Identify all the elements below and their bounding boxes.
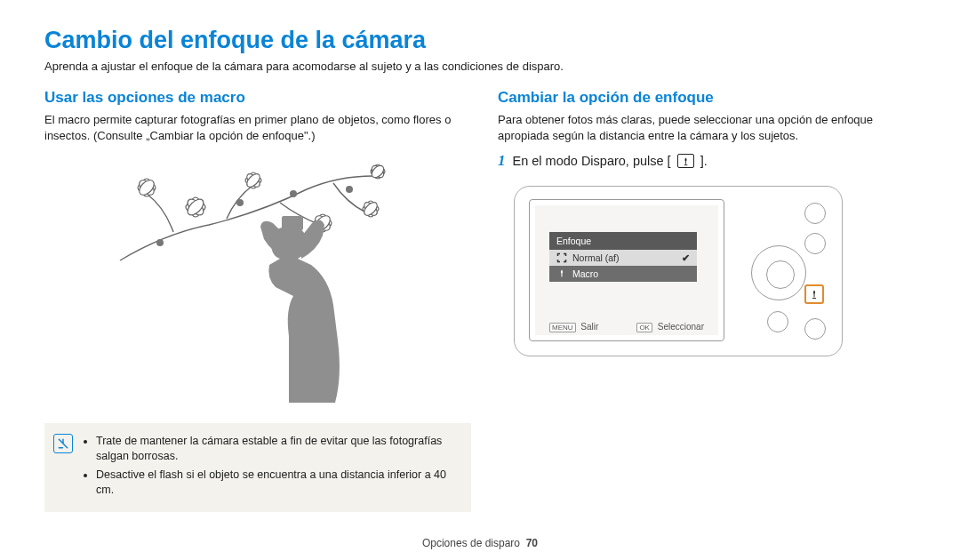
svg-point-23 — [370, 164, 386, 180]
step-number: 1 — [498, 152, 506, 170]
left-column: Usar las opciones de macro El macro perm… — [44, 89, 471, 512]
check-icon: ✔ — [682, 252, 690, 263]
macro-key-icon — [677, 154, 694, 168]
page-footer: Opciones de disparo 70 — [0, 537, 960, 549]
macro-dpad-highlight[interactable] — [804, 284, 824, 304]
camera-screen: Enfoque Normal (af) ✔ Mac — [529, 199, 724, 341]
menu-title: Enfoque — [549, 232, 697, 250]
ok-tag: OK — [636, 323, 652, 332]
step-text-end: ]. — [700, 154, 708, 168]
intro-text: Aprenda a ajustar el enfoque de la cámar… — [44, 60, 916, 73]
tip-item: Trate de mantener la cámara estable a fi… — [96, 434, 459, 464]
svg-point-24 — [156, 239, 164, 246]
svg-point-3 — [137, 178, 157, 198]
exit-label: Salir — [580, 322, 598, 332]
macro-illustration — [44, 154, 471, 405]
camera-body: Enfoque Normal (af) ✔ Mac — [514, 186, 843, 356]
content-columns: Usar las opciones de macro El macro perm… — [44, 89, 916, 512]
menu-option-macro[interactable]: Macro — [549, 266, 697, 282]
info-icon — [53, 434, 73, 453]
left-heading: Usar las opciones de macro — [44, 89, 471, 107]
screen-footer: MENU Salir OK Seleccionar — [549, 322, 704, 332]
tip-list: Trate de mantener la cámara estable a fi… — [82, 434, 459, 501]
control-button-2[interactable] — [804, 233, 826, 254]
svg-point-27 — [346, 186, 353, 193]
menu-tag: MENU — [549, 323, 576, 332]
right-heading: Cambiar la opción de enfoque — [498, 89, 916, 107]
svg-point-25 — [236, 199, 244, 206]
control-button-3[interactable] — [767, 311, 788, 332]
footer-label: Opciones de disparo — [422, 537, 520, 549]
control-button-4[interactable] — [804, 318, 826, 340]
tip-item: Desactive el flash si el objeto se encue… — [96, 468, 459, 498]
svg-rect-31 — [814, 294, 815, 298]
focus-menu: Enfoque Normal (af) ✔ Mac — [549, 232, 697, 282]
af-bracket-icon — [556, 252, 567, 263]
page-number: 70 — [526, 537, 538, 549]
menu-option-label: Normal (af) — [572, 252, 620, 263]
svg-point-26 — [290, 190, 297, 197]
control-button-1[interactable] — [804, 203, 826, 224]
svg-rect-29 — [685, 161, 686, 164]
page-title: Cambio del enfoque de la cámara — [44, 27, 916, 54]
select-label: Seleccionar — [658, 322, 704, 332]
step-text: En el modo Disparo, pulse [ — [513, 154, 671, 168]
flower-icon — [556, 268, 567, 279]
left-body: El macro permite capturar fotografías en… — [44, 112, 471, 143]
svg-rect-28 — [282, 216, 303, 230]
menu-option-label: Macro — [572, 268, 598, 279]
svg-rect-30 — [562, 274, 563, 277]
camera-illustration: Enfoque Normal (af) ✔ Mac — [498, 186, 916, 356]
dpad-control[interactable] — [751, 245, 806, 300]
step-1: 1 En el modo Disparo, pulse [ ]. — [498, 152, 916, 170]
menu-option-normal[interactable]: Normal (af) ✔ — [549, 250, 697, 266]
right-column: Cambiar la opción de enfoque Para obtene… — [498, 89, 916, 512]
tip-box: Trate de mantener la cámara estable a fi… — [44, 423, 471, 512]
right-body: Para obtener fotos más claras, puede sel… — [498, 112, 916, 143]
